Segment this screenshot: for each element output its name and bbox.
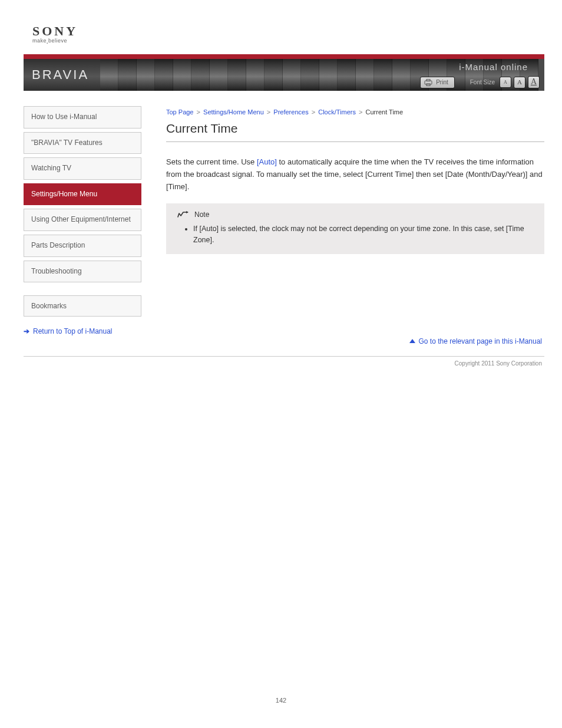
article-body: Sets the current time. Use [Auto] to aut…	[166, 156, 544, 193]
note-heading: Note	[177, 210, 534, 219]
page-title: Current Time	[166, 121, 544, 136]
font-size-label: Font Size	[470, 79, 495, 85]
page-number: 142	[0, 697, 562, 704]
nav-bravia-features[interactable]: "BRAVIA" TV Features	[24, 132, 141, 154]
print-label: Print	[436, 79, 448, 85]
product-name: BRAVIA	[24, 59, 100, 91]
arrow-right-icon: ➔	[24, 327, 29, 335]
breadcrumb-clock[interactable]: Clock/Timers	[318, 108, 356, 116]
nav-other-equipment[interactable]: Using Other Equipment/Internet	[24, 209, 141, 231]
breadcrumb: Top Page > Settings/Home Menu > Preferen…	[166, 108, 544, 116]
nav-how-to-use[interactable]: How to Use i-Manual	[24, 106, 141, 129]
print-button[interactable]: Print	[420, 77, 455, 88]
nav-settings-home[interactable]: Settings/Home Menu	[24, 183, 141, 206]
print-icon	[424, 79, 432, 86]
font-size-medium-button[interactable]: A	[514, 77, 525, 88]
note-icon	[177, 210, 190, 219]
brand-tagline: make.believe	[32, 38, 562, 44]
go-to-page-link[interactable]: Go to the relevant page in this i-Manual	[166, 337, 544, 345]
main-content: Top Page > Settings/Home Menu > Preferen…	[141, 106, 544, 345]
nav-parts-description[interactable]: Parts Description	[24, 235, 141, 257]
breadcrumb-current: Current Time	[366, 108, 404, 116]
nav-troubleshooting[interactable]: Troubleshooting	[24, 261, 141, 283]
svg-rect-1	[427, 79, 430, 81]
breadcrumb-preferences[interactable]: Preferences	[273, 108, 308, 116]
nav-watching-tv[interactable]: Watching TV	[24, 157, 141, 180]
bookmarks-button[interactable]: Bookmarks	[24, 295, 141, 317]
header-accent-bar	[24, 54, 544, 59]
header-bar: BRAVIA i-Manual online Print	[24, 59, 544, 91]
copyright: Copyright 2011 Sony Corporation	[0, 360, 542, 367]
font-size-small-button[interactable]: A	[500, 77, 511, 88]
font-size-large-button[interactable]: A	[528, 76, 540, 88]
breadcrumb-top[interactable]: Top Page	[166, 108, 193, 116]
footer-divider	[24, 356, 544, 357]
auto-link[interactable]: [Auto]	[257, 157, 277, 166]
note-box: Note If [Auto] is selected, the clock ma…	[166, 203, 544, 254]
title-divider	[166, 141, 544, 142]
note-item: If [Auto] is selected, the clock may not…	[193, 223, 534, 246]
guide-label: i-Manual online	[459, 62, 536, 72]
breadcrumb-settings[interactable]: Settings/Home Menu	[203, 108, 264, 116]
brand-name: SONY	[32, 24, 562, 39]
triangle-up-icon	[409, 339, 415, 343]
header-stripe: i-Manual online Print Font Size A A A	[100, 59, 544, 91]
brand-logo: SONY make.believe	[32, 24, 562, 44]
return-to-top-link[interactable]: ➔Return to Top of i-Manual	[24, 327, 141, 335]
sidebar: How to Use i-Manual "BRAVIA" TV Features…	[24, 106, 141, 345]
